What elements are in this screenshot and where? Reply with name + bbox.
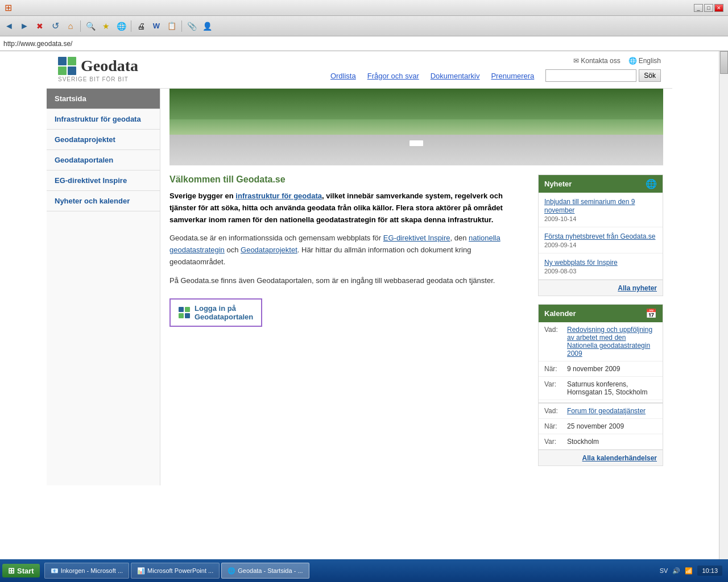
news-link-2[interactable]: Ny webbplats för Inspire <box>544 259 618 267</box>
welcome-para3: På Geodata.se finns även Geodataportalen… <box>169 275 529 287</box>
page-wrapper: Geodata SVERIGE BIT FÖR BIT ✉ Kontakta o… <box>0 51 728 559</box>
calendar-box: Kalender 📅 Vad: Redovisning och uppföljn… <box>538 304 663 466</box>
news-item-1: Första nyhetsbrevet från Geodata.se 2009… <box>539 227 663 253</box>
window-controls[interactable]: _ □ ✕ <box>694 4 723 12</box>
toolbar-separator-3 <box>181 20 182 32</box>
calendar-header: Kalender 📅 <box>539 305 663 322</box>
news-globe-icon: 🌐 <box>646 178 657 189</box>
geodataprojekt-link[interactable]: Geodataprojektet <box>241 246 297 254</box>
toolbar-separator-2 <box>131 20 131 32</box>
login-squares <box>179 307 190 318</box>
content-columns: Välkommen till Geodata.se Sverige bygger… <box>169 174 663 474</box>
email-tool-icon[interactable]: 📎 <box>185 19 198 33</box>
windows-logo-icon: ⊞ <box>5 2 12 13</box>
all-calendar-link[interactable]: Alla kalenderhändelser <box>582 454 657 462</box>
eg-inspire-link[interactable]: EG-direktivet Inspire <box>383 234 450 242</box>
sidebar-item-geodataprojektet[interactable]: Geodataprojektet <box>47 130 160 150</box>
logo-sq-4 <box>68 66 76 75</box>
header-top-links: ✉ Kontakta oss 🌐 English <box>573 57 661 65</box>
globe-nav-icon[interactable]: 🌐 <box>114 19 128 33</box>
stop-button[interactable]: ✖ <box>33 19 47 33</box>
cal-vad-link-1[interactable]: Forum för geodatatjänster <box>567 407 646 415</box>
search-form: Sök <box>545 69 661 82</box>
forward-button[interactable]: ► <box>18 19 31 33</box>
nav-prenumerera[interactable]: Prenumerera <box>491 72 534 80</box>
cal-row-var-0: Var: Saturnus konferens, Hornsgatan 15, … <box>539 377 663 400</box>
search-button[interactable]: Sök <box>639 69 661 82</box>
content-area: Välkommen till Geodata.se Sverige bygger… <box>160 89 672 485</box>
calendar-event-0: Vad: Redovisning och uppföljning av arbe… <box>539 322 663 404</box>
calendar-icon: 📅 <box>646 308 657 319</box>
user-icon-btn[interactable]: 👤 <box>200 19 214 33</box>
login-sq-3 <box>179 313 184 318</box>
minimize-button[interactable]: _ <box>694 4 703 12</box>
clipboard-button[interactable]: 📋 <box>165 19 179 33</box>
back-button[interactable]: ◄ <box>2 19 16 33</box>
search-icon-btn[interactable]: 🔍 <box>84 19 97 33</box>
word-button[interactable]: W <box>150 19 163 33</box>
news-item-2: Ny webbplats för Inspire 2009-08-03 <box>539 253 663 280</box>
toolbar-separator-1 <box>80 20 81 32</box>
cal-vad-link-0[interactable]: Redovisning och uppföljning av arbetet m… <box>567 326 652 357</box>
sidebar-item-geodataportalen[interactable]: Geodataportalen <box>47 150 160 171</box>
news-link-1[interactable]: Första nyhetsbrevet från Geodata.se <box>544 232 655 240</box>
browser-toolbar: ◄ ► ✖ ↺ ⌂ 🔍 ★ 🌐 🖨 W 📋 📎 👤 <box>0 16 728 36</box>
globe-icon: 🌐 <box>628 57 637 65</box>
restore-button[interactable]: □ <box>704 4 713 12</box>
sidebar-item-startsida[interactable]: Startsida <box>47 89 160 109</box>
infrastruktur-link[interactable]: infrastruktur för geodata <box>235 192 322 200</box>
address-text: http://www.geodata.se/ <box>3 40 72 48</box>
news-link-0[interactable]: Inbjudan till seminarium den 9 november <box>544 198 635 214</box>
cal-row-vad-0: Vad: Redovisning och uppföljning av arbe… <box>539 322 663 361</box>
sidebar-item-eg-direktivet[interactable]: EG-direktivet Inspire <box>47 171 160 191</box>
site-wrapper: Geodata SVERIGE BIT FÖR BIT ✉ Kontakta o… <box>47 51 672 485</box>
login-sq-2 <box>185 307 190 312</box>
welcome-title: Välkommen till Geodata.se <box>169 174 529 185</box>
sidebar-item-nyheter[interactable]: Nyheter och kalender <box>47 191 160 211</box>
cal-row-nar-0: När: 9 november 2009 <box>539 361 663 377</box>
logo-area: Geodata SVERIGE BIT FÖR BIT <box>58 57 138 82</box>
logo-sq-3 <box>58 66 67 75</box>
logo-sq-2 <box>68 57 76 65</box>
logo-container: Geodata <box>58 57 138 75</box>
all-calendar: Alla kalenderhändelser <box>539 450 663 465</box>
search-input[interactable] <box>545 69 636 82</box>
news-box: Nyheter 🌐 Inbjudan till seminarium den 9… <box>538 174 663 296</box>
envelope-icon: ✉ <box>573 57 579 65</box>
close-button[interactable]: ✕ <box>714 4 723 12</box>
content-main: Välkommen till Geodata.se Sverige bygger… <box>169 174 529 474</box>
welcome-para2: Geodata.se är en informationssida och ge… <box>169 232 529 268</box>
cal-row-var-1: Var: Stockholm <box>539 434 663 450</box>
login-box[interactable]: Logga in på Geodataportalen <box>169 298 262 327</box>
calendar-event-1: Vad: Forum för geodatatjänster När: 25 n… <box>539 404 663 450</box>
page-content: Geodata SVERIGE BIT FÖR BIT ✉ Kontakta o… <box>0 51 719 559</box>
nav-ordlista[interactable]: Ordlista <box>330 72 356 80</box>
news-date-0: 2009-10-14 <box>544 215 657 222</box>
print-button[interactable]: 🖨 <box>134 19 148 33</box>
login-text: Logga in på Geodataportalen <box>195 304 253 321</box>
cal-row-nar-1: När: 25 november 2009 <box>539 419 663 434</box>
logo-text: Geodata <box>81 57 138 75</box>
site-main: Startsida Infrastruktur för geodata Geod… <box>47 89 672 485</box>
refresh-button[interactable]: ↺ <box>48 19 62 33</box>
cal-row-vad-1: Vad: Forum för geodatatjänster <box>539 404 663 419</box>
home-button[interactable]: ⌂ <box>64 19 77 33</box>
browser-titlebar: ⊞ _ □ ✕ <box>0 0 728 16</box>
scrollbar-thumb[interactable] <box>720 51 728 74</box>
english-link[interactable]: 🌐 English <box>628 57 661 65</box>
login-sq-4 <box>185 313 190 318</box>
scrollbar-track <box>719 51 728 559</box>
logo-squares <box>58 57 76 75</box>
nav-fragor[interactable]: Frågor och svar <box>367 72 419 80</box>
sidebar-item-infrastruktur[interactable]: Infrastruktur för geodata <box>47 109 160 130</box>
contact-link[interactable]: ✉ Kontakta oss <box>573 57 620 65</box>
welcome-bold-para: Sverige bygger en infrastruktur för geod… <box>169 190 529 226</box>
header-nav: Ordlista Frågor och svar Dokumentarkiv P… <box>330 69 661 82</box>
favorites-button[interactable]: ★ <box>99 19 113 33</box>
all-news: Alla nyheter <box>539 280 663 296</box>
news-item-0: Inbjudan till seminarium den 9 november … <box>539 193 663 227</box>
all-news-link[interactable]: Alla nyheter <box>618 284 657 292</box>
nav-dokumentarkiv[interactable]: Dokumentarkiv <box>431 72 480 80</box>
content-sidebar: Nyheter 🌐 Inbjudan till seminarium den 9… <box>538 174 663 474</box>
address-bar[interactable]: http://www.geodata.se/ <box>0 36 728 51</box>
